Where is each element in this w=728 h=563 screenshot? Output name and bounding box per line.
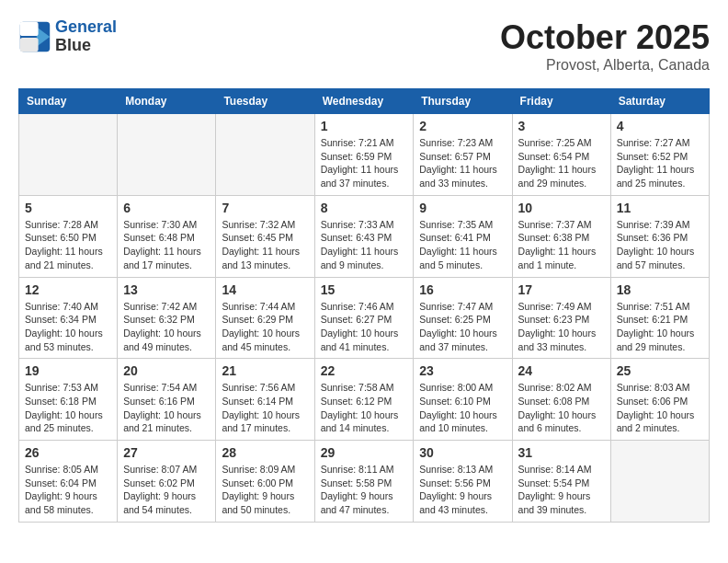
logo-icon [18, 20, 51, 53]
day-info: Sunrise: 7:54 AM Sunset: 6:16 PM Dayligh… [123, 381, 210, 435]
day-info: Sunrise: 8:07 AM Sunset: 6:02 PM Dayligh… [123, 463, 210, 517]
day-info: Sunrise: 7:25 AM Sunset: 6:54 PM Dayligh… [518, 136, 605, 190]
day-info: Sunrise: 7:47 AM Sunset: 6:25 PM Dayligh… [419, 300, 506, 354]
day-info: Sunrise: 7:33 AM Sunset: 6:43 PM Dayligh… [321, 218, 408, 272]
calendar-cell: 31 Sunrise: 8:14 AM Sunset: 5:54 PM Dayl… [512, 441, 610, 523]
calendar-cell: 14 Sunrise: 7:44 AM Sunset: 6:29 PM Dayl… [216, 277, 314, 359]
day-info: Sunrise: 7:42 AM Sunset: 6:32 PM Dayligh… [123, 300, 210, 354]
calendar-week-5: 26 Sunrise: 8:05 AM Sunset: 6:04 PM Dayl… [19, 441, 710, 523]
day-info: Sunrise: 8:13 AM Sunset: 5:56 PM Dayligh… [419, 463, 506, 517]
day-info: Sunrise: 7:39 AM Sunset: 6:36 PM Dayligh… [617, 218, 703, 272]
day-number: 7 [222, 201, 308, 215]
day-info: Sunrise: 7:46 AM Sunset: 6:27 PM Dayligh… [321, 300, 408, 354]
calendar-cell: 23 Sunrise: 8:00 AM Sunset: 6:10 PM Dayl… [414, 359, 512, 441]
calendar-cell: 1 Sunrise: 7:21 AM Sunset: 6:59 PM Dayli… [314, 114, 414, 196]
day-number: 27 [123, 445, 210, 460]
calendar-cell: 29 Sunrise: 8:11 AM Sunset: 5:58 PM Dayl… [314, 441, 414, 523]
day-number: 10 [518, 201, 605, 215]
day-info: Sunrise: 8:09 AM Sunset: 6:00 PM Dayligh… [222, 463, 308, 517]
weekday-header-wednesday: Wednesday [314, 89, 414, 114]
calendar-cell: 17 Sunrise: 7:49 AM Sunset: 6:23 PM Dayl… [512, 277, 610, 359]
calendar-week-3: 12 Sunrise: 7:40 AM Sunset: 6:34 PM Dayl… [19, 277, 710, 359]
logo-general: General [55, 17, 117, 36]
calendar-cell: 19 Sunrise: 7:53 AM Sunset: 6:18 PM Dayl… [19, 359, 118, 441]
day-number: 11 [617, 201, 703, 215]
day-number: 24 [518, 363, 605, 378]
calendar-cell: 18 Sunrise: 7:51 AM Sunset: 6:21 PM Dayl… [610, 277, 709, 359]
day-info: Sunrise: 7:53 AM Sunset: 6:18 PM Dayligh… [25, 381, 111, 435]
day-number: 29 [321, 445, 408, 460]
calendar-cell [610, 441, 709, 523]
location: Provost, Alberta, Canada [500, 57, 710, 74]
calendar-cell: 26 Sunrise: 8:05 AM Sunset: 6:04 PM Dayl… [19, 441, 118, 523]
weekday-header-thursday: Thursday [414, 89, 512, 114]
calendar-cell: 9 Sunrise: 7:35 AM Sunset: 6:41 PM Dayli… [414, 195, 512, 277]
day-number: 12 [25, 282, 111, 297]
calendar-cell: 8 Sunrise: 7:33 AM Sunset: 6:43 PM Dayli… [314, 195, 414, 277]
day-number: 15 [321, 282, 408, 297]
title-block: October 2025 Provost, Alberta, Canada [500, 18, 710, 74]
day-number: 30 [419, 445, 506, 460]
calendar-cell: 3 Sunrise: 7:25 AM Sunset: 6:54 PM Dayli… [512, 114, 610, 196]
page-header: General Blue October 2025 Provost, Alber… [18, 18, 710, 74]
calendar-cell [118, 114, 216, 196]
calendar-cell: 15 Sunrise: 7:46 AM Sunset: 6:27 PM Dayl… [314, 277, 414, 359]
calendar-cell: 2 Sunrise: 7:23 AM Sunset: 6:57 PM Dayli… [414, 114, 512, 196]
day-info: Sunrise: 8:03 AM Sunset: 6:06 PM Dayligh… [617, 381, 703, 435]
day-number: 18 [617, 282, 703, 297]
calendar-cell: 25 Sunrise: 8:03 AM Sunset: 6:06 PM Dayl… [610, 359, 709, 441]
calendar-cell: 16 Sunrise: 7:47 AM Sunset: 6:25 PM Dayl… [414, 277, 512, 359]
day-info: Sunrise: 7:32 AM Sunset: 6:45 PM Dayligh… [222, 218, 308, 272]
day-number: 2 [419, 119, 506, 133]
calendar-cell: 7 Sunrise: 7:32 AM Sunset: 6:45 PM Dayli… [216, 195, 314, 277]
day-info: Sunrise: 8:14 AM Sunset: 5:54 PM Dayligh… [518, 463, 605, 517]
logo-text: General Blue [55, 18, 117, 55]
day-number: 16 [419, 282, 506, 297]
day-number: 22 [321, 363, 408, 378]
calendar-cell: 30 Sunrise: 8:13 AM Sunset: 5:56 PM Dayl… [414, 441, 512, 523]
calendar-table: SundayMondayTuesdayWednesdayThursdayFrid… [18, 88, 710, 523]
day-number: 31 [518, 445, 605, 460]
day-number: 26 [25, 445, 111, 460]
weekday-header-saturday: Saturday [610, 89, 709, 114]
svg-rect-2 [20, 22, 39, 36]
calendar-cell: 24 Sunrise: 8:02 AM Sunset: 6:08 PM Dayl… [512, 359, 610, 441]
day-number: 23 [419, 363, 506, 378]
calendar-cell: 13 Sunrise: 7:42 AM Sunset: 6:32 PM Dayl… [118, 277, 216, 359]
day-info: Sunrise: 7:51 AM Sunset: 6:21 PM Dayligh… [617, 300, 703, 354]
logo: General Blue [18, 18, 117, 55]
weekday-header-sunday: Sunday [19, 89, 118, 114]
calendar-cell: 27 Sunrise: 8:07 AM Sunset: 6:02 PM Dayl… [118, 441, 216, 523]
weekday-header-row: SundayMondayTuesdayWednesdayThursdayFrid… [19, 89, 710, 114]
day-number: 9 [419, 201, 506, 215]
calendar-cell: 10 Sunrise: 7:37 AM Sunset: 6:38 PM Dayl… [512, 195, 610, 277]
calendar-cell: 4 Sunrise: 7:27 AM Sunset: 6:52 PM Dayli… [610, 114, 709, 196]
weekday-header-tuesday: Tuesday [216, 89, 314, 114]
day-info: Sunrise: 7:27 AM Sunset: 6:52 PM Dayligh… [617, 136, 703, 190]
day-number: 14 [222, 282, 308, 297]
calendar-cell: 28 Sunrise: 8:09 AM Sunset: 6:00 PM Dayl… [216, 441, 314, 523]
day-number: 19 [25, 363, 111, 378]
calendar-cell: 12 Sunrise: 7:40 AM Sunset: 6:34 PM Dayl… [19, 277, 118, 359]
weekday-header-monday: Monday [118, 89, 216, 114]
logo-blue: Blue [55, 37, 117, 55]
calendar-week-1: 1 Sunrise: 7:21 AM Sunset: 6:59 PM Dayli… [19, 114, 710, 196]
calendar-cell: 6 Sunrise: 7:30 AM Sunset: 6:48 PM Dayli… [118, 195, 216, 277]
calendar-week-2: 5 Sunrise: 7:28 AM Sunset: 6:50 PM Dayli… [19, 195, 710, 277]
day-number: 8 [321, 201, 408, 215]
month-title: October 2025 [500, 18, 710, 57]
calendar-cell: 22 Sunrise: 7:58 AM Sunset: 6:12 PM Dayl… [314, 359, 414, 441]
day-info: Sunrise: 7:40 AM Sunset: 6:34 PM Dayligh… [25, 300, 111, 354]
day-info: Sunrise: 8:00 AM Sunset: 6:10 PM Dayligh… [419, 381, 506, 435]
day-number: 21 [222, 363, 308, 378]
day-number: 25 [617, 363, 703, 378]
day-info: Sunrise: 8:05 AM Sunset: 6:04 PM Dayligh… [25, 463, 111, 517]
day-info: Sunrise: 7:56 AM Sunset: 6:14 PM Dayligh… [222, 381, 308, 435]
day-number: 6 [123, 201, 210, 215]
day-number: 5 [25, 201, 111, 215]
calendar-week-4: 19 Sunrise: 7:53 AM Sunset: 6:18 PM Dayl… [19, 359, 710, 441]
weekday-header-friday: Friday [512, 89, 610, 114]
calendar-cell: 20 Sunrise: 7:54 AM Sunset: 6:16 PM Dayl… [118, 359, 216, 441]
day-info: Sunrise: 7:28 AM Sunset: 6:50 PM Dayligh… [25, 218, 111, 272]
day-info: Sunrise: 7:30 AM Sunset: 6:48 PM Dayligh… [123, 218, 210, 272]
